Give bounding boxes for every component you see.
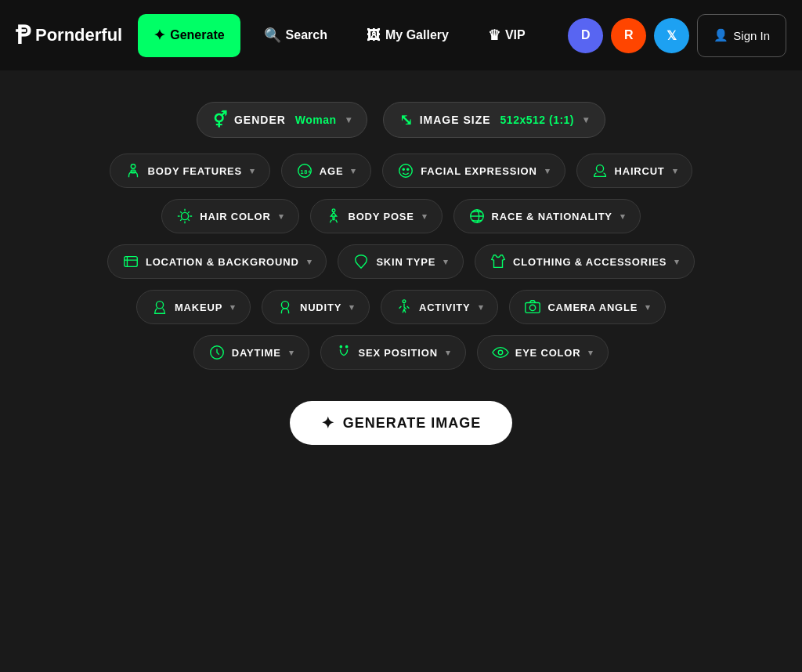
age-chevron-icon: ▾ [351,166,356,176]
daytime-chevron-icon: ▾ [289,348,294,358]
race-nationality-chevron-icon: ▾ [620,211,626,222]
svg-point-12 [156,302,163,309]
skin-type-chevron-icon: ▾ [443,257,449,267]
search-nav-button[interactable]: 🔍 Search [248,14,343,57]
svg-point-8 [182,212,189,219]
daytime-button[interactable]: DAYTIME ▾ [193,335,309,370]
body-pose-chevron-icon: ▾ [422,211,428,222]
sex-position-button[interactable]: SEX POSITION ▾ [320,335,466,370]
age-icon: 18+ [296,162,313,179]
reddit-icon: R [624,28,634,42]
reddit-button[interactable]: R [611,18,646,53]
svg-point-5 [403,168,404,170]
filter-row-5: DAYTIME ▾ SEX POSITION ▾ EYE COLOR ▾ [193,335,609,370]
makeup-chevron-icon: ▾ [230,302,236,313]
haircut-chevron-icon: ▾ [673,166,678,176]
sex-position-chevron-icon: ▾ [446,348,451,358]
svg-point-7 [596,165,603,172]
hair-color-icon [176,208,193,225]
skin-type-button[interactable]: SKIN TYPE ▾ [338,244,464,279]
discord-icon: D [581,28,591,42]
body-pose-icon [325,208,342,225]
body-features-button[interactable]: BODY FEATURES ▾ [110,154,270,188]
image-size-icon: ⤡ [399,110,414,129]
nudity-chevron-icon: ▾ [349,302,355,313]
activity-icon [396,298,413,316]
race-nationality-button[interactable]: RACE & NATIONALITY ▾ [453,199,641,233]
filter-grid: BODY FEATURES ▾ 18+ AGE ▾ FACIAL EXPRESS… [25,154,777,370]
camera-angle-button[interactable]: CAMERA ANGLE ▾ [509,290,666,324]
generate-image-button[interactable]: ✦ GENERATE IMAGE [290,401,513,445]
activity-chevron-icon: ▾ [479,302,484,313]
svg-point-0 [131,164,135,169]
gallery-nav-button[interactable]: 🖼 My Gallery [351,14,464,57]
gender-icon: ⚥ [213,110,228,129]
generate-nav-button[interactable]: ✦ Generate [138,14,240,57]
haircut-button[interactable]: HAIRCUT ▾ [576,154,693,188]
twitter-button[interactable]: 𝕏 [654,18,689,53]
svg-point-13 [281,302,288,309]
camera-angle-chevron-icon: ▾ [645,302,651,313]
filter-row-1: BODY FEATURES ▾ 18+ AGE ▾ FACIAL EXPRESS… [110,154,693,188]
location-background-button[interactable]: LOCATION & BACKGROUND ▾ [107,244,327,279]
clothing-accessories-icon [490,253,507,270]
generate-nav-icon: ✦ [154,27,165,44]
filter-row-3: LOCATION & BACKGROUND ▾ SKIN TYPE ▾ CLOT… [107,244,695,279]
camera-angle-icon [524,298,541,316]
svg-text:18+: 18+ [300,168,312,175]
svg-point-4 [399,164,413,178]
clothing-accessories-chevron-icon: ▾ [674,257,680,267]
filter-row-4: MAKEUP ▾ NUDITY ▾ ACTIVITY ▾ [136,290,666,324]
facial-expression-chevron-icon: ▾ [545,166,551,176]
svg-rect-15 [526,303,540,313]
vip-nav-icon: ♛ [488,27,500,44]
daytime-icon [208,344,226,361]
nudity-button[interactable]: NUDITY ▾ [262,290,370,324]
svg-point-18 [498,350,503,355]
image-size-chevron-icon: ▾ [583,114,589,125]
body-features-chevron-icon: ▾ [250,166,255,176]
discord-button[interactable]: D [568,18,603,53]
header: Ᵽ Pornderful ✦ Generate 🔍 Search 🖼 My Ga… [0,0,802,70]
hair-color-button[interactable]: HAIR COLOR ▾ [161,199,298,233]
svg-rect-11 [125,257,138,267]
skin-type-icon [352,253,370,270]
logo-text: Pornderful [35,25,122,45]
generate-image-icon: ✦ [321,414,335,432]
makeup-button[interactable]: MAKEUP ▾ [136,290,251,324]
gallery-nav-icon: 🖼 [367,27,381,44]
location-background-chevron-icon: ▾ [307,257,312,267]
gender-selector[interactable]: ⚥ GENDER Woman ▾ [197,102,367,138]
eye-color-icon [492,344,509,361]
eye-color-button[interactable]: EYE COLOR ▾ [477,335,609,370]
logo-icon: Ᵽ [16,20,31,50]
body-pose-button[interactable]: BODY POSE ▾ [310,199,443,233]
filter-row-2: HAIR COLOR ▾ BODY POSE ▾ RACE & NATIONAL… [161,199,640,233]
haircut-icon [591,162,609,179]
location-background-icon [122,253,139,270]
search-nav-icon: 🔍 [264,27,281,44]
sign-in-button[interactable]: 👤 Sign In [697,14,786,57]
svg-point-9 [332,209,335,212]
main-content: ⚥ GENDER Woman ▾ ⤡ IMAGE SIZE 512x512 (1… [0,70,802,476]
activity-button[interactable]: ACTIVITY ▾ [381,290,498,324]
twitter-icon: 𝕏 [667,28,677,43]
svg-point-14 [403,300,406,303]
makeup-icon [151,298,168,316]
clothing-accessories-button[interactable]: CLOTHING & ACCESSORIES ▾ [475,244,695,279]
svg-point-16 [530,305,536,310]
vip-nav-button[interactable]: ♛ VIP [472,14,541,57]
facial-expression-icon [397,162,414,179]
svg-point-6 [407,168,409,170]
body-features-icon [125,162,142,179]
age-button[interactable]: 18+ AGE ▾ [281,154,371,188]
logo: Ᵽ Pornderful [16,20,122,50]
image-size-selector[interactable]: ⤡ IMAGE SIZE 512x512 (1:1) ▾ [383,102,605,138]
top-selectors: ⚥ GENDER Woman ▾ ⤡ IMAGE SIZE 512x512 (1… [197,102,605,138]
gender-chevron-icon: ▾ [346,114,352,125]
facial-expression-button[interactable]: FACIAL EXPRESSION ▾ [382,154,565,188]
race-nationality-icon [468,208,486,225]
hair-color-chevron-icon: ▾ [279,211,284,222]
sign-in-icon: 👤 [713,28,728,42]
nudity-icon [276,298,294,316]
